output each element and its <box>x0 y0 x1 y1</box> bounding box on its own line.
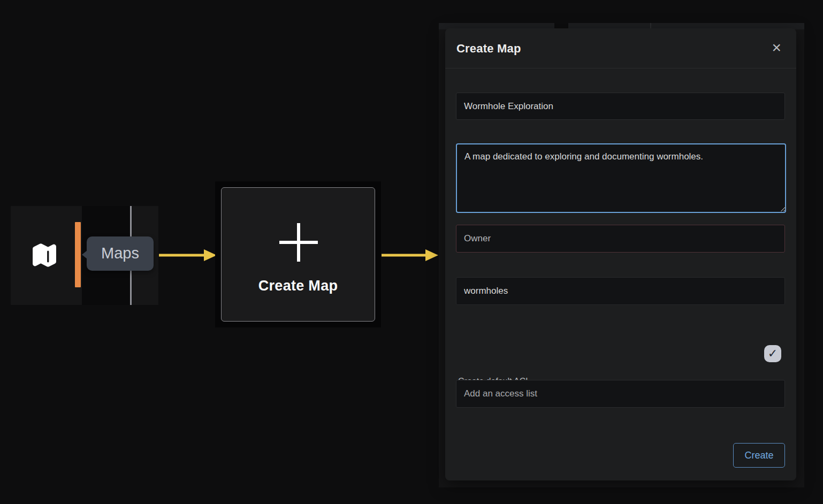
flow-arrow-1 <box>158 249 218 262</box>
check-icon: ✓ <box>768 347 778 360</box>
create-map-modal: Create Map × A map dedicated to explorin… <box>445 28 796 480</box>
modal-title: Create Map <box>456 28 521 68</box>
acl-checkbox[interactable]: ✓ <box>764 345 781 362</box>
sidebar-snippet: Maps <box>11 206 158 305</box>
close-icon[interactable]: × <box>768 28 784 67</box>
access-list-input[interactable] <box>456 380 785 408</box>
flow-arrow-2 <box>380 249 440 262</box>
modal-header: Create Map × <box>445 28 796 68</box>
active-item-accent-bar <box>75 222 81 287</box>
maps-tooltip: Maps <box>87 236 154 271</box>
create-map-card-frame: Create Map <box>215 181 381 327</box>
create-button[interactable]: Create <box>733 443 785 468</box>
map-name-input[interactable] <box>456 93 785 120</box>
map-icon <box>30 263 59 272</box>
map-description-textarea[interactable]: A map dedicated to exploring and documen… <box>456 143 786 213</box>
plus-icon <box>277 221 320 264</box>
tooltip-label: Maps <box>101 245 139 262</box>
maps-nav-item[interactable] <box>30 238 59 270</box>
create-map-card[interactable]: Create Map <box>221 187 375 322</box>
create-map-card-label: Create Map <box>222 278 375 294</box>
tags-input[interactable] <box>456 277 785 305</box>
owner-input[interactable] <box>456 225 785 253</box>
tooltip-pointer-icon <box>82 250 87 259</box>
